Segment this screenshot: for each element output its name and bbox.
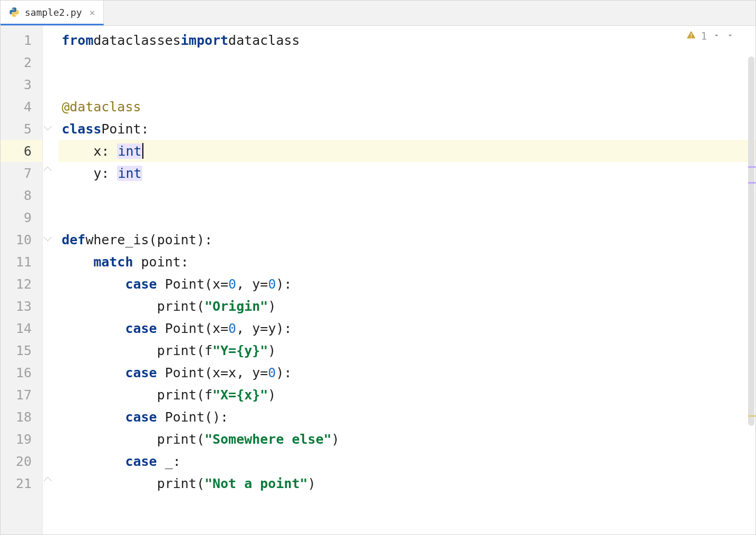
line-number[interactable]: 10 bbox=[1, 228, 42, 251]
line-number[interactable]: 5 bbox=[1, 118, 42, 140]
inspections-widget[interactable]: 1 bbox=[686, 30, 734, 42]
close-tab-icon[interactable]: × bbox=[87, 7, 95, 18]
line-number[interactable]: 19 bbox=[1, 428, 42, 450]
code-line[interactable]: print(f"X={x}") bbox=[59, 384, 755, 406]
code-line[interactable] bbox=[59, 51, 755, 73]
fold-end-icon bbox=[45, 478, 52, 485]
code-line[interactable]: x: int bbox=[59, 140, 755, 162]
error-stripe-marker[interactable] bbox=[748, 182, 755, 184]
code-line[interactable]: @dataclass bbox=[59, 95, 755, 118]
code-line[interactable]: case _: bbox=[59, 450, 755, 472]
line-number[interactable]: 20 bbox=[1, 450, 42, 472]
code-line[interactable]: from dataclasses import dataclass bbox=[59, 29, 755, 51]
line-number-gutter: 1 2 3 4 5 6 7 8 9 10 11 12 13 14 15 16 1… bbox=[1, 26, 43, 534]
line-number[interactable]: 12 bbox=[1, 273, 42, 295]
line-number[interactable]: 9 bbox=[1, 206, 42, 228]
error-stripe-marker[interactable] bbox=[748, 166, 755, 168]
chevron-up-icon[interactable] bbox=[712, 30, 721, 42]
code-line[interactable]: y: int bbox=[59, 162, 755, 184]
fold-end-icon bbox=[45, 168, 52, 175]
fold-gutter bbox=[43, 26, 59, 534]
scrollbar-thumb[interactable] bbox=[748, 56, 754, 426]
line-number[interactable]: 18 bbox=[1, 406, 42, 428]
code-line[interactable]: print(f"Y={y}") bbox=[59, 339, 755, 361]
warning-icon bbox=[686, 30, 696, 42]
line-number[interactable]: 16 bbox=[1, 361, 42, 384]
code-area[interactable]: from dataclasses import dataclass @datac… bbox=[59, 26, 755, 534]
ide-editor-window: sample2.py × 1 2 3 4 5 6 7 8 9 10 11 12 … bbox=[0, 0, 756, 535]
line-number[interactable]: 3 bbox=[1, 73, 42, 95]
code-line[interactable]: match point: bbox=[59, 251, 755, 273]
line-number[interactable]: 2 bbox=[1, 51, 42, 73]
code-line[interactable]: class Point: bbox=[59, 118, 755, 140]
python-file-icon bbox=[9, 7, 20, 17]
code-line[interactable]: case Point(x=x, y=0): bbox=[59, 361, 755, 384]
line-number[interactable]: 4 bbox=[1, 95, 42, 118]
line-number[interactable]: 8 bbox=[1, 184, 42, 206]
code-line[interactable] bbox=[59, 206, 755, 228]
text-caret bbox=[142, 143, 143, 159]
code-line[interactable]: def where_is(point): bbox=[59, 228, 755, 251]
error-stripe-marker[interactable] bbox=[748, 415, 755, 417]
file-tab[interactable]: sample2.py × bbox=[1, 1, 104, 25]
code-line[interactable]: case Point(x=0, y=y): bbox=[59, 317, 755, 339]
code-line[interactable]: print("Origin") bbox=[59, 295, 755, 317]
editor-scrollbar[interactable] bbox=[747, 51, 755, 534]
code-line[interactable] bbox=[59, 73, 755, 95]
editor-tabbar: sample2.py × bbox=[1, 1, 755, 26]
file-tab-label: sample2.py bbox=[25, 7, 82, 18]
line-number[interactable]: 6 bbox=[1, 140, 42, 162]
line-number[interactable]: 17 bbox=[1, 384, 42, 406]
fold-toggle-icon[interactable] bbox=[45, 123, 52, 131]
line-number[interactable]: 1 bbox=[1, 29, 42, 51]
line-number[interactable]: 7 bbox=[1, 162, 42, 184]
code-line[interactable]: print("Somewhere else") bbox=[59, 428, 755, 450]
code-line[interactable]: case Point(x=0, y=0): bbox=[59, 273, 755, 295]
line-number[interactable]: 21 bbox=[1, 472, 42, 494]
code-line[interactable]: print("Not a point") bbox=[59, 472, 755, 494]
line-number[interactable]: 11 bbox=[1, 251, 42, 273]
warning-count: 1 bbox=[701, 30, 707, 42]
code-editor[interactable]: 1 2 3 4 5 6 7 8 9 10 11 12 13 14 15 16 1… bbox=[1, 26, 755, 534]
code-line[interactable] bbox=[59, 184, 755, 206]
fold-toggle-icon[interactable] bbox=[45, 234, 52, 242]
line-number[interactable]: 13 bbox=[1, 295, 42, 317]
code-line[interactable]: case Point(): bbox=[59, 406, 755, 428]
line-number[interactable]: 14 bbox=[1, 317, 42, 339]
chevron-down-icon[interactable] bbox=[726, 30, 734, 42]
line-number[interactable]: 15 bbox=[1, 339, 42, 361]
